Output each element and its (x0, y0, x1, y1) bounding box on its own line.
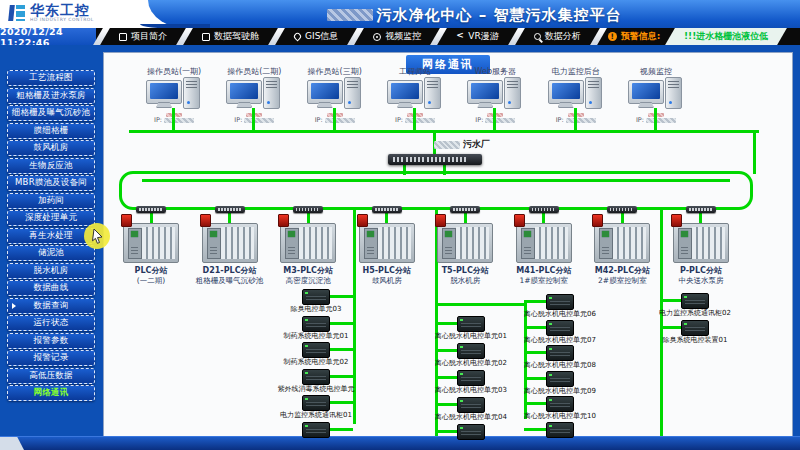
company-name: 华东工控 (30, 3, 94, 17)
alarm-beacon-icon (514, 214, 525, 227)
censored-plant-name (327, 9, 373, 21)
censored-ip (485, 118, 515, 123)
workstation-node: 视频监控 IP: (616, 66, 696, 132)
alarm-message: !!!进水格栅池液位低 (684, 30, 768, 43)
sidebar-item[interactable]: 报警参数 (7, 333, 95, 349)
network-link (435, 403, 458, 406)
plc-station: PLC分站 (一二期) (112, 206, 190, 286)
sidebar-item[interactable]: 数据曲线 (7, 280, 95, 296)
control-cabinet-icon (546, 320, 574, 336)
computer-icon (214, 77, 294, 111)
alarm-beacon-icon (435, 214, 446, 227)
network-link (329, 428, 353, 431)
sidebar-item[interactable]: 加药间 (7, 193, 95, 209)
cpu-module-icon (678, 228, 692, 259)
menu-bar: 2020/12/24 11:22:46 项目简介 数据驾驶舱 (0, 28, 800, 45)
device-node: 紫外线消毒系统电控单元 (251, 369, 381, 394)
control-cabinet-icon (546, 294, 574, 310)
sidebar-item[interactable]: 报警记录 (7, 350, 95, 366)
network-link (574, 108, 577, 130)
sidebar-item[interactable]: 运行状态 (7, 315, 95, 331)
monitor-icon (628, 80, 664, 104)
computer-icon (455, 77, 535, 111)
control-cabinet-icon (457, 397, 485, 413)
network-topology-panel: 网络通讯 操作员站(一期) IP: (103, 52, 793, 437)
sidebar-item[interactable]: 细格栅及曝气沉砂池 (7, 105, 95, 121)
sidebar-item[interactable]: MBR膜池及设备间 (7, 175, 95, 191)
plc-station: M3-PLC分站 高密度沉淀池 (269, 206, 347, 286)
network-link (435, 349, 458, 352)
plant-switch-label: 污水厂 (434, 138, 490, 151)
sidebar-item[interactable]: 高低压数据 (7, 368, 95, 384)
network-link (435, 322, 458, 325)
menu-item[interactable]: VR漫游 (444, 28, 510, 45)
network-link (252, 108, 255, 130)
core-switch-icon (388, 154, 482, 165)
field-switch-icon (215, 206, 245, 213)
ip-label: IP: (475, 116, 483, 124)
alarm-message-box[interactable]: !!!进水格栅池液位低 (665, 28, 787, 45)
plc-row: PLC分站 (一二期) D21-PLC分站 粗格栅及曝气沉砂池 (112, 206, 740, 286)
sidebar-item[interactable]: 网络通讯 (7, 385, 95, 401)
plc-rack-icon (280, 223, 336, 263)
menu-item[interactable]: 数据驾驶舱 (190, 28, 271, 45)
control-cabinet-icon (302, 342, 330, 358)
network-link (329, 375, 353, 378)
network-link (524, 428, 547, 431)
device-node: 离心脱水机电控单元09 (495, 371, 625, 396)
device-node: 制药系统电控单元01 (251, 316, 381, 341)
control-cabinet-icon (546, 371, 574, 387)
computer-icon (295, 77, 375, 111)
device-node: 除臭电控单元03 (251, 289, 381, 314)
network-link (333, 108, 336, 130)
settings-button[interactable]: 设置 (789, 28, 800, 45)
field-switch-icon (372, 206, 402, 213)
device-node: 离心脱水机电控单元07 (495, 320, 625, 345)
control-cabinet-icon (546, 396, 574, 412)
alarm-zone: ! 预警信息: (604, 28, 665, 45)
tower-icon (665, 77, 682, 109)
tower-icon (344, 77, 361, 109)
control-cabinet-icon (681, 293, 709, 309)
data-cockpit-icon (202, 33, 210, 41)
control-cabinet-icon (457, 370, 485, 386)
menu-item[interactable]: 数据分析 (522, 28, 593, 45)
network-link (413, 108, 416, 130)
control-cabinet-icon (457, 343, 485, 359)
cpu-module-icon (599, 228, 613, 259)
network-link (654, 108, 657, 130)
menu-item[interactable]: 项目简介 (107, 28, 179, 45)
tower-icon (504, 77, 521, 109)
tower-icon (263, 77, 280, 109)
datetime-display: 2020/12/24 11:22:46 (0, 28, 96, 45)
monitor-icon (387, 80, 423, 104)
cpu-module-icon (442, 228, 456, 259)
control-cabinet-icon (457, 424, 485, 440)
device-node: 离心脱水机电控单元10 (495, 396, 625, 421)
ip-label: IP: (556, 116, 564, 124)
gis-pin-icon (293, 32, 303, 42)
plc-station: M41-PLC分站 1#膜室控制室 (505, 206, 583, 286)
menu-item[interactable]: GIS信息 (282, 28, 350, 45)
control-cabinet-icon (546, 345, 574, 361)
title-banner: 污水净化中心 – 智慧污水集控平台 (148, 0, 800, 30)
sidebar-item[interactable]: 膜细格栅 (7, 123, 95, 139)
sidebar-item[interactable]: 工艺流程图 (7, 70, 95, 86)
sidebar-item[interactable]: 生物反应池 (7, 158, 95, 174)
device-column: 除臭电控单元03 制药系统电控单元01 制药系统电控单元02 (251, 289, 381, 448)
alarm-label: 预警信息: (621, 30, 661, 43)
network-link (753, 130, 756, 174)
sidebar-item[interactable]: 鼓风机房 (7, 140, 95, 156)
vr-roam-icon (456, 33, 464, 41)
workstation-node: 操作员站(二期) IP: (214, 66, 294, 132)
ip-label: IP: (636, 116, 644, 124)
sidebar-item[interactable]: 脱水机房 (7, 263, 95, 279)
sidebar-item[interactable]: 数据查询 (7, 298, 95, 314)
menu-item[interactable]: 视频监控 (361, 28, 433, 45)
device-node: 电力监控系统通讯柜01 (251, 395, 381, 420)
workstation-node: 操作员站(三期) IP: (295, 66, 375, 132)
network-link (524, 377, 547, 380)
sidebar-item[interactable]: 粗格栅及进水泵房 (7, 88, 95, 104)
alarm-beacon-icon (671, 214, 682, 227)
monitor-icon (226, 80, 262, 104)
